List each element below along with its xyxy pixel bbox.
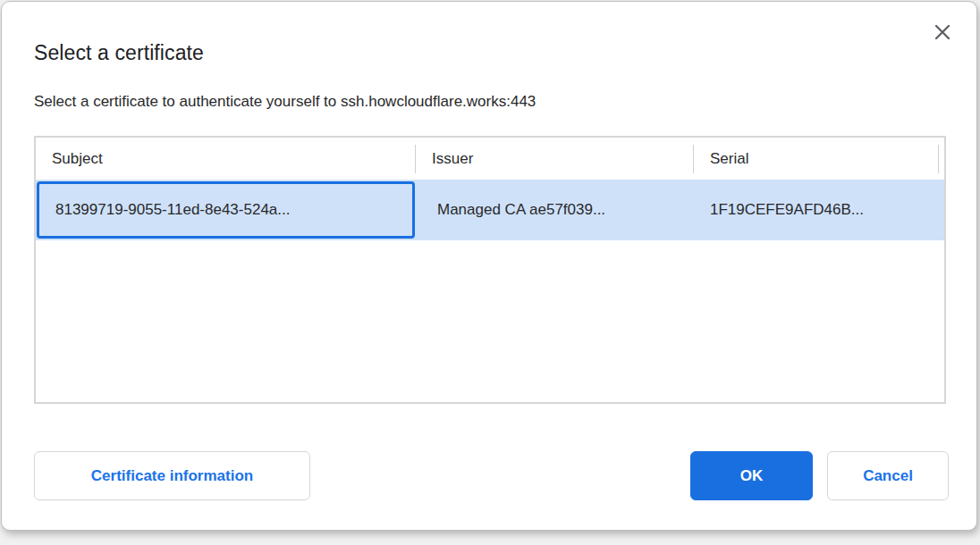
column-header-serial[interactable]: Serial [694, 138, 944, 180]
cell-issuer[interactable]: Managed CA ae57f039... [416, 180, 694, 240]
cell-serial[interactable]: 1F19CEFE9AFD46B... [694, 180, 944, 240]
column-header-subject-label: Subject [52, 150, 103, 168]
cell-subject[interactable]: 81399719-9055-11ed-8e43-524a... [36, 180, 416, 240]
column-header-issuer[interactable]: Issuer [416, 138, 694, 180]
close-button[interactable] [930, 20, 955, 45]
certificate-information-button[interactable]: Certificate information [34, 451, 310, 500]
select-certificate-dialog: Select a certificate Select a certificat… [1, 1, 977, 531]
close-icon [933, 22, 952, 42]
cancel-button[interactable]: Cancel [827, 451, 949, 500]
column-header-serial-label: Serial [710, 150, 748, 168]
column-header-issuer-label: Issuer [432, 150, 473, 168]
dialog-title: Select a certificate [34, 41, 204, 65]
certificate-row[interactable]: 81399719-9055-11ed-8e43-524a... Managed … [36, 180, 944, 240]
dialog-subtitle: Select a certificate to authenticate you… [34, 93, 536, 111]
column-divider [938, 145, 939, 173]
ok-button[interactable]: OK [690, 451, 813, 500]
column-header-subject[interactable]: Subject [36, 138, 416, 180]
certificate-table: Subject Issuer Serial 81399719-9055-11ed… [34, 136, 946, 404]
table-header-row: Subject Issuer Serial [36, 138, 944, 180]
